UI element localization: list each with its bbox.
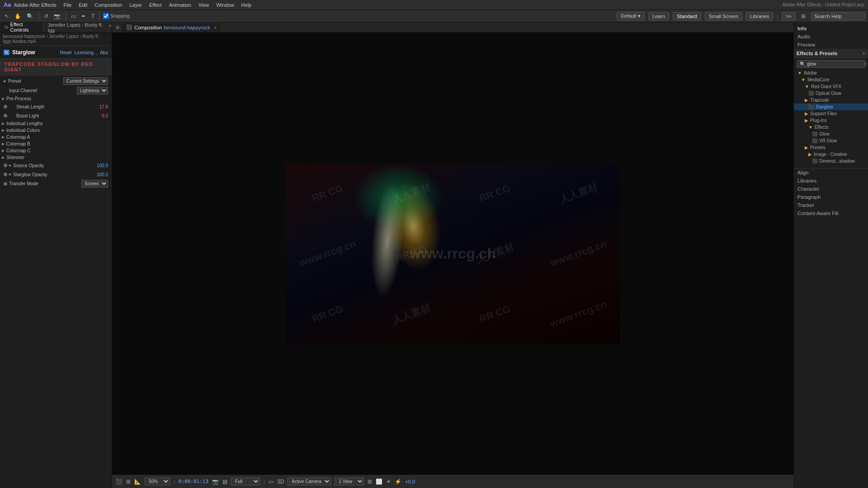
- rect-tool[interactable]: ▭: [69, 12, 78, 20]
- active-camera-select[interactable]: Active Camera: [288, 478, 331, 485]
- rp-audio[interactable]: Audio: [794, 33, 868, 41]
- shimmer-section[interactable]: ▶ Shimmer: [0, 154, 112, 161]
- starglow-opacity-value[interactable]: 100.0: [97, 172, 108, 177]
- toolbar-layout-btn[interactable]: ⊞: [799, 12, 807, 20]
- menu-item-effect[interactable]: Effect: [149, 2, 162, 8]
- tree-support-files[interactable]: ▶ Support Files: [794, 110, 868, 117]
- view-options-btn[interactable]: ⊞: [368, 479, 372, 485]
- rotate-tool[interactable]: ↺: [42, 12, 50, 20]
- pixel-aspect-btn[interactable]: ⬜: [376, 479, 382, 485]
- preset-select[interactable]: Current Settings: [63, 77, 108, 85]
- menu-item-edit[interactable]: Edit: [79, 2, 87, 8]
- menu-item-file[interactable]: File: [64, 2, 72, 8]
- tree-vr-glow[interactable]: ⬛ VR Glow: [794, 137, 868, 144]
- hand-tool[interactable]: ✋: [13, 12, 23, 20]
- workspace-learn[interactable]: Learn: [648, 12, 669, 20]
- pre-process-section[interactable]: ▶ Pre-Process: [0, 95, 112, 102]
- effect-name: Starglow: [12, 49, 35, 56]
- guides-btn[interactable]: 📐: [134, 479, 141, 485]
- effects-close-btn[interactable]: ×: [863, 51, 865, 56]
- tree-adobe[interactable]: ▼ Adobe: [794, 70, 868, 76]
- menu-item-window[interactable]: Window: [216, 2, 234, 8]
- tree-trapcode[interactable]: ▶ Trapcode: [794, 97, 868, 103]
- preview-title: Preview: [797, 42, 815, 47]
- video-frame: RR CG 人人素材 RR CG 人人素材 www.rrcg.cn RR CG …: [286, 163, 620, 344]
- workspace-libraries[interactable]: Libraries: [746, 12, 773, 20]
- fast-previews-btn[interactable]: ⚡: [395, 479, 401, 485]
- source-opacity-value[interactable]: 100.0: [97, 163, 108, 168]
- search-input[interactable]: [811, 12, 865, 20]
- workspace-overflow[interactable]: >>: [782, 12, 796, 20]
- rp-preview[interactable]: Preview: [794, 41, 868, 49]
- workspace-default[interactable]: Default ▾: [617, 12, 645, 20]
- exposure-btn[interactable]: ☀: [386, 479, 391, 485]
- quality-select[interactable]: Full Half Quarter: [231, 478, 260, 485]
- camera-tool[interactable]: 📷: [52, 12, 62, 20]
- tab-composition[interactable]: ⬛ Composition bensound-happyrock ×: [122, 23, 222, 31]
- menu-item-animation[interactable]: Animation: [169, 2, 191, 8]
- snapping-checkbox[interactable]: [103, 13, 109, 19]
- tree-optical-glow[interactable]: ⬛ Optical Glow: [794, 90, 868, 97]
- src-opacity-icon: [4, 163, 9, 168]
- menu-item-layer[interactable]: Layer: [129, 2, 142, 8]
- input-channel-select[interactable]: Lightness: [77, 87, 108, 94]
- source-opacity-expand[interactable]: ▶: [9, 164, 11, 167]
- tree-presets[interactable]: ▶ Presets: [794, 144, 868, 151]
- layout-select[interactable]: 1 View 2 Views: [335, 478, 364, 485]
- tree-mediacore[interactable]: ▼ MediaCore: [794, 76, 868, 83]
- menu-item-view[interactable]: View: [198, 2, 209, 8]
- tree-plug-ins[interactable]: ▶ Plug-Ins: [794, 117, 868, 124]
- tab-effect-controls[interactable]: fx Effect Controls: [0, 23, 43, 32]
- rp-info[interactable]: Info: [794, 24, 868, 33]
- text-tool[interactable]: T: [90, 12, 96, 20]
- tree-glow[interactable]: ⬛ Glow: [794, 131, 868, 137]
- panel-expand-btn[interactable]: »: [109, 23, 112, 32]
- about-btn[interactable]: Abo: [100, 50, 108, 55]
- rp-libraries[interactable]: Libraries: [794, 177, 868, 185]
- comp-tab-close[interactable]: ×: [214, 25, 217, 30]
- tree-starglow[interactable]: ⬛ Starglow: [794, 103, 868, 110]
- rp-align[interactable]: Align: [794, 169, 868, 177]
- rp-paragraph[interactable]: Paragraph: [794, 193, 868, 201]
- show-channel-btn[interactable]: ▤: [222, 479, 227, 485]
- tree-dimensi-shadow[interactable]: ⬛ Dimensi...shadow: [794, 158, 868, 164]
- 3d-view-btn[interactable]: 3D: [277, 479, 284, 485]
- individual-colors-section[interactable]: ▶ Individual Colors: [0, 127, 112, 134]
- zoom-select[interactable]: 50% 100% 25%: [145, 478, 170, 485]
- individual-lengths-section[interactable]: ▶ Individual Lengths: [0, 120, 112, 127]
- tree-effects[interactable]: ▼ Effects: [794, 124, 868, 131]
- transfer-mode-select[interactable]: Screen Add Normal: [81, 180, 108, 188]
- pre-process-expand: ▶: [2, 97, 5, 101]
- rp-character[interactable]: Character: [794, 185, 868, 193]
- streak-length-value[interactable]: 17.0: [99, 104, 108, 109]
- zoom-tool[interactable]: 🔍: [25, 12, 35, 20]
- search-clear-btn[interactable]: ×: [864, 61, 867, 66]
- workspace-standard[interactable]: Standard: [673, 12, 701, 20]
- starglow-opacity-expand[interactable]: ▶: [9, 173, 11, 176]
- colormap-a-section[interactable]: ▶ Colormap A: [0, 134, 112, 141]
- menu-item-composition[interactable]: Composition: [94, 2, 122, 8]
- toggle-transparency-btn[interactable]: ⬛: [116, 479, 123, 485]
- tree-red-giant-vfx[interactable]: ▼ Red Giant VFX: [794, 83, 868, 90]
- pen-tool[interactable]: ✒: [80, 12, 88, 20]
- roi-btn[interactable]: ▭: [269, 479, 274, 485]
- snapshot-btn[interactable]: 📷: [212, 479, 219, 485]
- workspace-small-screen[interactable]: Small Screen: [705, 12, 742, 20]
- reset-btn[interactable]: Reset: [60, 50, 71, 55]
- preset-expand[interactable]: ▶: [4, 79, 6, 83]
- rp-tracker[interactable]: Tracker: [794, 201, 868, 209]
- select-tool[interactable]: ↖: [3, 12, 11, 20]
- rp-content-aware[interactable]: Content-Aware Fill: [794, 209, 868, 217]
- effects-search-input[interactable]: [807, 61, 864, 66]
- center-area: ⊞ ⬛ Composition bensound-happyrock ×: [112, 23, 793, 488]
- menu-item-help[interactable]: Help: [241, 2, 252, 8]
- tree-image-creative[interactable]: ▶ Image - Creative: [794, 151, 868, 158]
- boost-light-value[interactable]: 0.0: [102, 113, 108, 118]
- sg-opacity-icon: [4, 172, 9, 177]
- licensing-btn[interactable]: Licensing...: [75, 50, 98, 55]
- app-logo: Ae Adobe After Effects: [4, 1, 57, 8]
- colormap-c-section[interactable]: ▶ Colormap C: [0, 147, 112, 154]
- tab-footage[interactable]: Jennifer Lopez - Booty ft. Igg: [43, 23, 109, 32]
- colormap-b-section[interactable]: ▶ Colormap B: [0, 141, 112, 147]
- grid-btn[interactable]: ⊞: [126, 479, 131, 485]
